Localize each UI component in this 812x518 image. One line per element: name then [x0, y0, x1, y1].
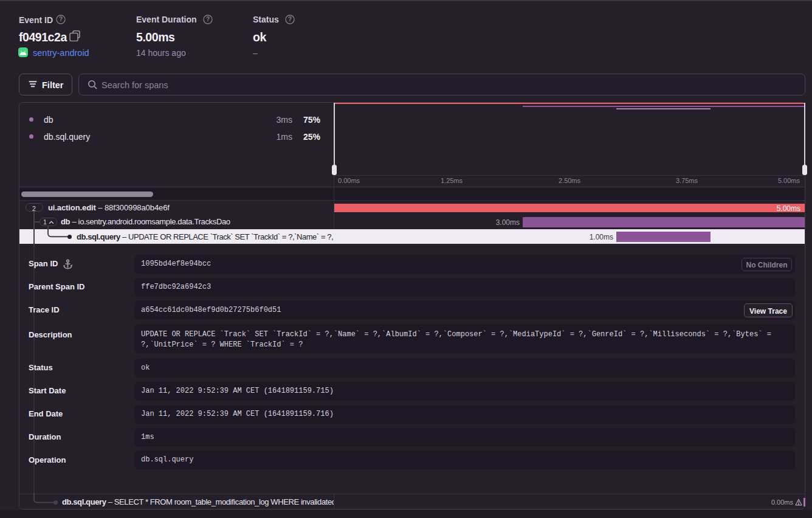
svg-text:?: ?: [288, 16, 292, 22]
svg-text:?: ?: [206, 16, 210, 22]
svg-text:?: ?: [59, 16, 63, 22]
